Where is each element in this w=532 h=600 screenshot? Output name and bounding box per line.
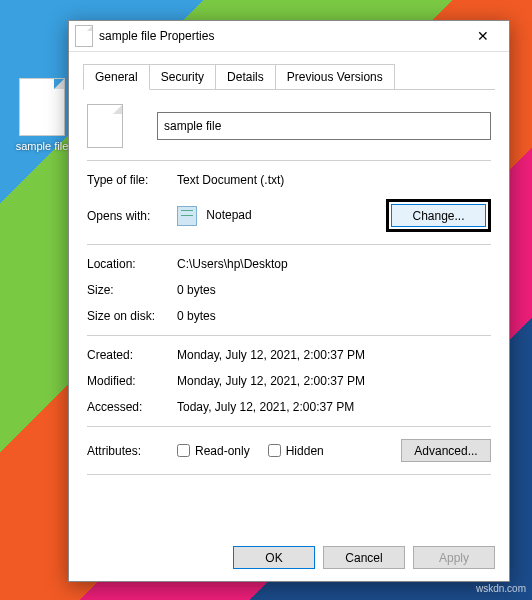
cancel-button[interactable]: Cancel bbox=[323, 546, 405, 569]
size-label: Size: bbox=[87, 283, 177, 297]
size-on-disk-label: Size on disk: bbox=[87, 309, 177, 323]
type-label: Type of file: bbox=[87, 173, 177, 187]
desktop-file-icon[interactable]: sample file bbox=[12, 78, 72, 152]
filename-input[interactable] bbox=[157, 112, 491, 140]
created-label: Created: bbox=[87, 348, 177, 362]
modified-label: Modified: bbox=[87, 374, 177, 388]
modified-value: Monday, July 12, 2021, 2:00:37 PM bbox=[177, 374, 491, 388]
annotation-highlight: Change... bbox=[386, 199, 491, 232]
notepad-icon bbox=[177, 206, 197, 226]
readonly-box[interactable] bbox=[177, 444, 190, 457]
accessed-value: Today, July 12, 2021, 2:00:37 PM bbox=[177, 400, 491, 414]
properties-dialog: sample file Properties ✕ General Securit… bbox=[68, 20, 510, 582]
tab-security[interactable]: Security bbox=[149, 64, 216, 89]
attributes-label: Attributes: bbox=[87, 444, 177, 458]
advanced-button[interactable]: Advanced... bbox=[401, 439, 491, 462]
file-icon bbox=[19, 78, 65, 136]
readonly-checkbox[interactable]: Read-only bbox=[177, 444, 250, 458]
hidden-label: Hidden bbox=[286, 444, 324, 458]
watermark: wskdn.com bbox=[476, 583, 526, 594]
general-page: Type of file: Text Document (.txt) Opens… bbox=[69, 90, 509, 491]
divider bbox=[87, 426, 491, 427]
apply-button[interactable]: Apply bbox=[413, 546, 495, 569]
divider bbox=[87, 474, 491, 475]
desktop-file-label: sample file bbox=[12, 140, 72, 152]
size-on-disk-value: 0 bytes bbox=[177, 309, 491, 323]
window-title: sample file Properties bbox=[99, 29, 463, 43]
divider bbox=[87, 160, 491, 161]
close-button[interactable]: ✕ bbox=[463, 22, 503, 50]
change-button[interactable]: Change... bbox=[391, 204, 486, 227]
dialog-button-bar: OK Cancel Apply bbox=[233, 546, 495, 569]
hidden-checkbox[interactable]: Hidden bbox=[268, 444, 324, 458]
location-value: C:\Users\hp\Desktop bbox=[177, 257, 491, 271]
accessed-label: Accessed: bbox=[87, 400, 177, 414]
divider bbox=[87, 335, 491, 336]
opens-with-value: Notepad bbox=[177, 206, 386, 226]
titlebar: sample file Properties ✕ bbox=[69, 21, 509, 52]
file-preview-icon bbox=[87, 104, 123, 148]
divider bbox=[87, 244, 491, 245]
readonly-label: Read-only bbox=[195, 444, 250, 458]
opens-with-app: Notepad bbox=[206, 208, 251, 222]
hidden-box[interactable] bbox=[268, 444, 281, 457]
size-value: 0 bytes bbox=[177, 283, 491, 297]
opens-with-label: Opens with: bbox=[87, 209, 177, 223]
titlebar-file-icon bbox=[75, 25, 93, 47]
created-value: Monday, July 12, 2021, 2:00:37 PM bbox=[177, 348, 491, 362]
desktop-background: sample file sample file Properties ✕ Gen… bbox=[0, 0, 532, 600]
location-label: Location: bbox=[87, 257, 177, 271]
tab-strip: General Security Details Previous Versio… bbox=[83, 64, 495, 90]
ok-button[interactable]: OK bbox=[233, 546, 315, 569]
tab-details[interactable]: Details bbox=[215, 64, 276, 89]
type-value: Text Document (.txt) bbox=[177, 173, 491, 187]
tab-previous-versions[interactable]: Previous Versions bbox=[275, 64, 395, 89]
tab-general[interactable]: General bbox=[83, 64, 150, 90]
